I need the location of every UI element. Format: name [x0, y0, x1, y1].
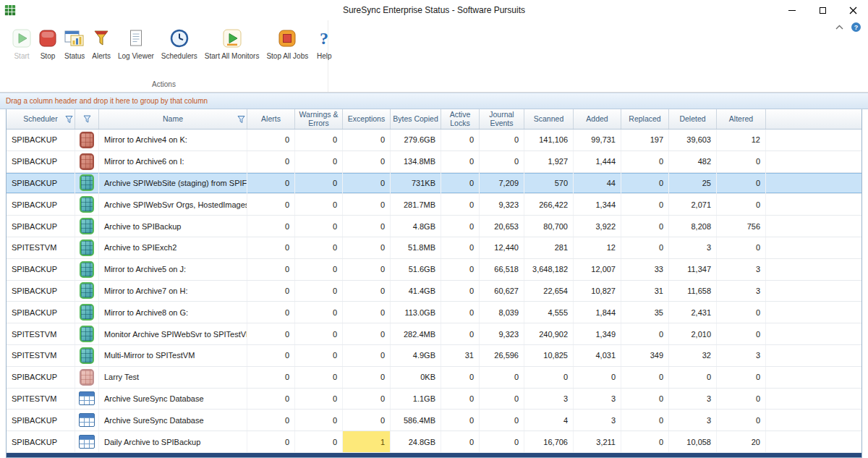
grid-body: SPIBACKUPMirror to Archive4 on K:000279.… — [7, 130, 861, 453]
cell-scheduler: SPITESTVM — [7, 237, 75, 258]
cell-deleted: 32 — [669, 345, 717, 366]
cell-replaced: 31 — [621, 281, 669, 302]
toolbar-button-label: Help — [317, 52, 332, 60]
close-button[interactable] — [838, 0, 868, 20]
table-row[interactable]: SPIBACKUPMirror to Archive6 on I:000134.… — [7, 151, 861, 173]
cell-active_locks: 0 — [441, 323, 480, 344]
cell-scheduler: SPITESTVM — [7, 345, 75, 366]
cell-icon — [75, 431, 99, 452]
table-row[interactable]: SPIBACKUPArchive to SPIBackup0004.8GB020… — [7, 216, 861, 237]
cell-replaced: 33 — [621, 259, 669, 280]
cell-replaced: 0 — [621, 431, 669, 452]
cell-scheduler: SPIBACKUP — [7, 130, 75, 150]
column-header-name[interactable]: Name — [99, 109, 247, 129]
cell-scheduler: SPIBACKUP — [7, 410, 75, 431]
database-blue-icon — [79, 413, 95, 427]
table-row[interactable]: SPIBACKUPArchive SPIWebSite (staging) fr… — [7, 173, 861, 195]
table-row[interactable]: SPITESTVMArchive to SPIExch200051.8MB012… — [7, 237, 861, 259]
cell-replaced: 35 — [621, 302, 669, 323]
column-header-alerts[interactable]: Alerts — [247, 109, 295, 129]
column-header-journal_events[interactable]: Journal Events — [480, 109, 524, 129]
toolbar-button-log-viewer[interactable]: Log Viewer — [114, 25, 158, 62]
collapse-ribbon-icon[interactable] — [835, 25, 843, 30]
table-row[interactable]: SPIBACKUPLarry Test0000KB0000000 — [7, 367, 861, 389]
cell-scanned: 4,555 — [524, 302, 574, 323]
column-header-added[interactable]: Added — [574, 109, 621, 129]
filter-icon[interactable] — [237, 115, 245, 123]
cell-replaced: 0 — [621, 367, 669, 388]
cell-active_locks: 31 — [441, 345, 480, 366]
toolbar: StartStopStatusAlertsLog ViewerScheduler… — [0, 20, 328, 79]
cell-scheduler: SPIBACKUP — [7, 194, 75, 215]
cell-exceptions: 0 — [343, 173, 391, 194]
minimize-button[interactable] — [777, 0, 807, 20]
cell-name: Archive to SPIExch2 — [99, 237, 247, 258]
cell-active_locks: 0 — [441, 259, 480, 280]
cell-scheduler: SPIBACKUP — [7, 431, 75, 452]
cell-added: 99,731 — [574, 130, 621, 150]
table-row[interactable]: SPIBACKUPMirror to Archive7 on H:00041.4… — [7, 281, 861, 302]
filter-icon[interactable] — [65, 115, 73, 123]
table-row[interactable]: SPITESTVMMonitor Archive SPIWebSvr to SP… — [7, 323, 861, 345]
group-by-bar[interactable]: Drag a column header and drop it here to… — [0, 93, 868, 109]
column-header-exceptions[interactable]: Exceptions — [343, 109, 391, 129]
column-header-scheduler[interactable]: Scheduler — [7, 109, 75, 129]
column-header-icon[interactable] — [75, 109, 99, 129]
maximize-button[interactable] — [807, 0, 838, 20]
cell-altered: 0 — [717, 173, 766, 194]
toolbar-button-label: Alerts — [92, 52, 111, 60]
cell-deleted: 11,658 — [669, 281, 717, 302]
cell-altered: 20 — [717, 431, 766, 452]
cell-warnings_errors: 0 — [295, 367, 343, 388]
cell-warnings_errors: 0 — [295, 259, 343, 280]
svg-text:?: ? — [320, 29, 328, 48]
cell-deleted: 25 — [669, 173, 717, 194]
toolbar-button-stop-all-jobs[interactable]: Stop All Jobs — [263, 25, 312, 62]
cell-alerts: 0 — [247, 216, 295, 237]
cell-altered: 0 — [717, 302, 766, 323]
column-header-bytes_copied[interactable]: Bytes Copied — [391, 109, 441, 129]
column-header-altered[interactable]: Altered — [717, 109, 766, 129]
cell-bytes_copied: 134.8MB — [391, 151, 441, 172]
toolbar-button-stop[interactable]: Stop — [35, 25, 61, 62]
table-row[interactable]: SPITESTVMMulti-Mirror to SPITestVM0004.9… — [7, 345, 861, 367]
cell-exceptions: 1 — [343, 431, 391, 452]
toolbar-button-start-all-monitors[interactable]: Start All Monitors — [201, 25, 263, 62]
table-row[interactable]: SPIBACKUPArchive SureSync Database000586… — [7, 410, 861, 431]
column-label: Replaced — [629, 115, 660, 124]
window-title: SureSync Enterprise Status - Software Pu… — [0, 5, 868, 15]
table-row[interactable]: SPIBACKUPMirror to Archive4 on K:000279.… — [7, 130, 861, 151]
toolbar-button-schedulers[interactable]: Schedulers — [158, 25, 201, 62]
toolbar-button-status[interactable]: Status — [61, 25, 88, 62]
table-row[interactable]: SPIBACKUPDaily Archive to SPIBackup00124… — [7, 431, 861, 453]
column-header-active_locks[interactable]: Active Locks — [441, 109, 480, 129]
filter-icon[interactable] — [83, 115, 91, 123]
cell-scheduler: SPIBACKUP — [7, 216, 75, 237]
cell-scanned: 141,106 — [524, 130, 574, 150]
database-blue-icon — [79, 435, 95, 449]
toolbar-button-label: Start — [14, 52, 29, 60]
toolbar-button-alerts[interactable]: Alerts — [88, 25, 114, 62]
column-header-replaced[interactable]: Replaced — [621, 109, 669, 129]
toolbar-button-help[interactable]: ?Help — [312, 25, 336, 62]
column-header-scanned[interactable]: Scanned — [524, 109, 574, 129]
table-row[interactable]: SPIBACKUPMirror to Archive8 on G:000113.… — [7, 302, 861, 323]
toolbar-button-start[interactable]: Start — [9, 25, 35, 62]
cell-scanned: 240,902 — [524, 323, 574, 344]
cell-bytes_copied: 1.1GB — [391, 389, 441, 410]
cell-exceptions: 0 — [343, 345, 391, 366]
cell-alerts: 0 — [247, 345, 295, 366]
column-header-warnings_errors[interactable]: Warnings & Errors — [295, 109, 343, 129]
alerts-icon — [93, 27, 110, 49]
table-row[interactable]: SPITESTVMArchive SureSync Database0001.1… — [7, 389, 861, 410]
cell-deleted: 2,431 — [669, 302, 717, 323]
table-row[interactable]: SPIBACKUPMirror to Archive5 on J:00051.6… — [7, 259, 861, 281]
column-label: Warnings & Errors — [297, 111, 340, 127]
cell-bytes_copied: 51.8MB — [391, 237, 441, 258]
ribbon-help-icon[interactable]: ? — [851, 22, 861, 32]
start-icon — [12, 27, 31, 49]
cell-scanned: 4 — [524, 410, 574, 431]
table-row[interactable]: SPIBACKUPArchive SPIWebSvr Orgs, HostedI… — [7, 194, 861, 216]
cell-exceptions: 0 — [343, 367, 391, 388]
column-header-deleted[interactable]: Deleted — [669, 109, 717, 129]
